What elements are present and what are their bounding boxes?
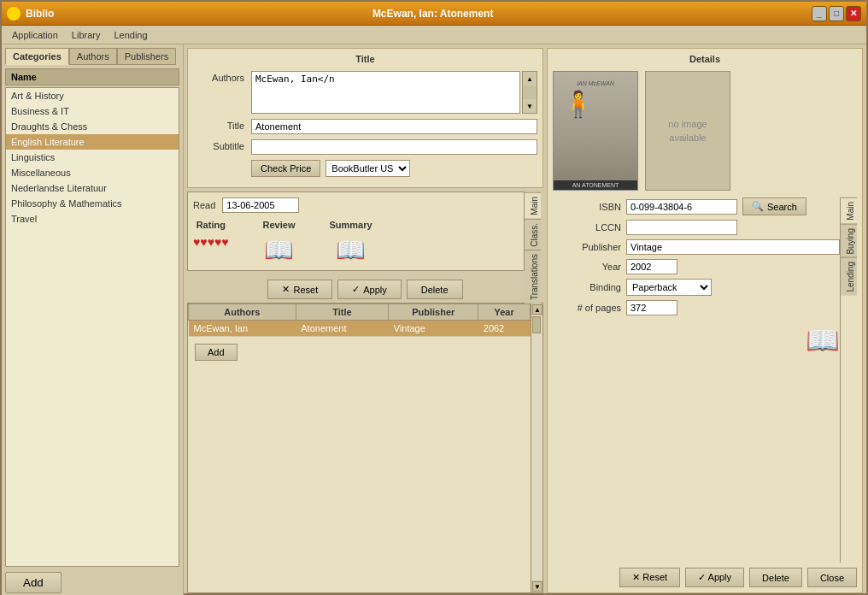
category-draughts-chess[interactable]: Draughts & Chess	[6, 119, 179, 134]
category-miscellaneous[interactable]: Miscellaneous	[6, 165, 179, 180]
table-scroll-track	[531, 315, 542, 580]
vtab-class[interactable]: Class.	[525, 219, 541, 250]
publisher-input[interactable]: Vintage	[626, 239, 840, 255]
category-list: Art & History Business & IT Draughts & C…	[5, 87, 179, 567]
table-scroll-thumb[interactable]	[532, 316, 541, 333]
review-label: Review	[263, 220, 296, 230]
rating-section: Rating ♥♥♥♥♥	[193, 220, 229, 265]
subtitle-label: Subtitle	[193, 139, 244, 151]
search-button[interactable]: 🔍 Search	[742, 197, 806, 215]
apply-label: Apply	[363, 285, 387, 295]
reset-icon: ✕	[282, 284, 290, 295]
title-panel-header: Title	[193, 54, 537, 64]
table-add-row: Add	[188, 337, 531, 368]
category-linguistics[interactable]: Linguistics	[6, 150, 179, 165]
details-inner: Details IAN McEWAN 🧍 AN ATONEMENT	[548, 49, 862, 592]
details-apply-label: Apply	[708, 572, 732, 582]
vtab-main[interactable]: Main	[525, 192, 541, 219]
review-cols: Rating ♥♥♥♥♥ Review 📖 Summary 📖	[193, 220, 519, 265]
reset-button[interactable]: ✕ Reset	[267, 280, 332, 299]
table-content: Authors Title Publisher Year McEwan, Ian	[188, 303, 531, 592]
table-wrapper: Authors Title Publisher Year McEwan, Ian	[188, 303, 542, 592]
book-title-row: Title Atonement	[193, 119, 537, 134]
authors-wrapper: McEwan, Ian</n ▲ ▼	[251, 71, 537, 114]
maximize-button[interactable]: □	[829, 6, 844, 21]
details-reset-button[interactable]: ✕ Reset	[619, 568, 680, 587]
details-reset-icon: ✕	[632, 572, 640, 582]
row-year: 2062	[478, 321, 531, 337]
authors-scroll-down[interactable]: ▼	[523, 99, 537, 113]
vtab-translations[interactable]: Translations	[525, 250, 541, 303]
cover-person-silhouette: 🧍	[562, 89, 594, 119]
window-controls: _ □ ✕	[812, 6, 861, 21]
table-header-row: Authors Title Publisher Year	[189, 304, 531, 321]
subtitle-input[interactable]	[251, 139, 537, 155]
details-vtab-buying[interactable]: Buying	[841, 224, 857, 258]
details-side-tabs: Main Buying Lending	[840, 197, 857, 563]
details-buttons: ✕ Reset ✓ Apply Delete Close	[553, 568, 857, 587]
content-area: Categories Authors Publishers Name Art &…	[2, 44, 866, 595]
minimize-button[interactable]: _	[812, 6, 827, 21]
delete-button[interactable]: Delete	[407, 280, 463, 299]
details-close-button[interactable]: Close	[807, 568, 857, 587]
menu-library[interactable]: Library	[65, 28, 108, 42]
table-add-button[interactable]: Add	[195, 344, 238, 361]
check-price-row: Check Price BookButler US Amazon BookFin…	[251, 160, 537, 177]
details-apply-button[interactable]: ✓ Apply	[685, 568, 744, 587]
category-travel[interactable]: Travel	[6, 211, 179, 227]
pages-input[interactable]: 372	[626, 300, 677, 315]
isbn-label: ISBN	[553, 202, 621, 212]
tab-publishers[interactable]: Publishers	[117, 48, 176, 65]
no-image-placeholder: no image available	[645, 71, 730, 191]
lccn-input[interactable]	[626, 220, 737, 235]
main-panel-wrapper: Title Authors McEwan, Ian</n ▲ ▼	[184, 44, 866, 595]
sidebar-tabs: Categories Authors Publishers	[5, 48, 179, 65]
authors-scroll-up[interactable]: ▲	[523, 72, 537, 85]
menu-application[interactable]: Application	[5, 28, 65, 42]
category-business-it[interactable]: Business & IT	[6, 103, 179, 119]
search-label: Search	[767, 202, 797, 212]
year-input[interactable]: 2002	[626, 259, 677, 274]
category-philosophy-mathematics[interactable]: Philosophy & Mathematics	[6, 196, 179, 211]
read-row: Read 13-06-2005	[193, 197, 519, 213]
details-vtab-lending[interactable]: Lending	[841, 257, 857, 296]
apply-button[interactable]: ✓ Apply	[337, 280, 402, 299]
lccn-row: LCCN	[553, 220, 840, 235]
binding-select[interactable]: Paperback Hardcover Softcover	[626, 279, 712, 296]
category-english-literature[interactable]: English Literature	[6, 134, 179, 150]
tab-categories[interactable]: Categories	[5, 48, 69, 65]
store-select[interactable]: BookButler US Amazon BookFinder	[326, 160, 410, 177]
left-section: Title Authors McEwan, Ian</n ▲ ▼	[184, 44, 547, 595]
cover-bg: IAN McEWAN 🧍 AN ATONEMENT	[554, 72, 637, 190]
details-vtab-main[interactable]: Main	[841, 197, 857, 224]
category-nederlandse-literatuur[interactable]: Nederlandse Literatuur	[6, 180, 179, 196]
tab-authors[interactable]: Authors	[69, 48, 117, 65]
review-panel: Read 13-06-2005 Rating ♥♥♥♥♥ Review 📖	[187, 191, 525, 271]
menu-bar: Application Library Lending	[2, 26, 866, 44]
reset-label: Reset	[293, 285, 318, 295]
sidebar-add-button[interactable]: Add	[5, 572, 62, 593]
read-input[interactable]: 13-06-2005	[222, 197, 299, 213]
close-button[interactable]: ✕	[846, 6, 861, 21]
check-price-button[interactable]: Check Price	[251, 160, 320, 177]
window-caption: McEwan, Ian: Atonement	[54, 8, 812, 20]
table-scroll-down[interactable]: ▼	[532, 581, 542, 592]
table-row[interactable]: McEwan, Ian Atonement Vintage 2062	[189, 321, 531, 337]
menu-lending[interactable]: Lending	[107, 28, 154, 42]
books-table-panel: Authors Title Publisher Year McEwan, Ian	[187, 303, 543, 593]
table-scroll-up[interactable]: ▲	[532, 304, 542, 315]
summary-book-icon[interactable]: 📖	[338, 235, 364, 265]
cover-bottom-text: AN ATONEMENT	[554, 180, 637, 190]
title-input[interactable]: Atonement	[251, 119, 537, 134]
isbn-input[interactable]: 0-099-43804-6	[626, 199, 737, 215]
pages-row: # of pages 372	[553, 300, 840, 315]
authors-input[interactable]: McEwan, Ian</n	[251, 71, 520, 114]
isbn-row: ISBN 0-099-43804-6 🔍 Search	[553, 197, 840, 215]
year-label: Year	[553, 262, 621, 272]
rating-label: Rating	[196, 220, 226, 230]
review-book-icon[interactable]: 📖	[267, 235, 292, 265]
details-delete-button[interactable]: Delete	[749, 568, 802, 587]
review-side-tabs: Main Class. Translations	[524, 192, 541, 270]
apply-icon: ✓	[352, 284, 360, 295]
category-art-history[interactable]: Art & History	[6, 88, 179, 103]
